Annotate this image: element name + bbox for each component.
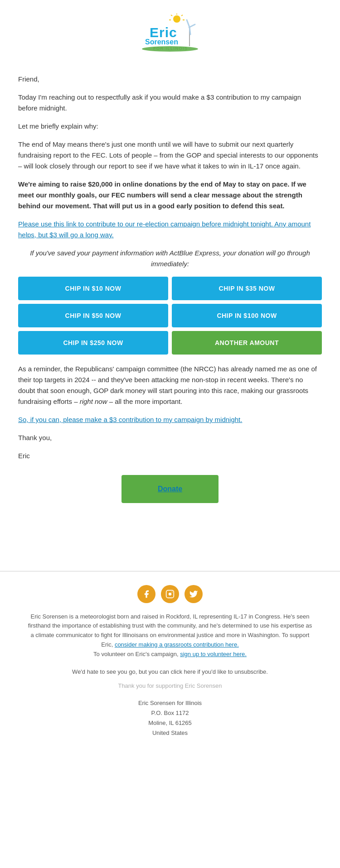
another-amount-button[interactable]: ANOTHER AMOUNT	[172, 331, 322, 355]
paragraph3: The end of May means there's just one mo…	[18, 139, 322, 172]
instagram-icon[interactable]	[161, 585, 179, 603]
chip-100-button[interactable]: CHIP IN $100 NOW	[172, 304, 322, 327]
svg-line-3	[187, 20, 189, 27]
donate-button[interactable]: Donate	[121, 475, 219, 503]
thanks-line: Thank you,	[18, 432, 322, 443]
social-icons	[27, 585, 313, 603]
donate-big-wrap: Donate	[18, 475, 322, 503]
footer-thanks: Thank you for supporting Eric Sorensen	[27, 682, 313, 689]
chip-35-button[interactable]: CHIP IN $35 NOW	[172, 277, 322, 300]
greeting: Friend,	[18, 74, 322, 85]
footer: Eric Sorensen is a meteorologist born an…	[0, 571, 340, 752]
svg-line-5	[189, 27, 190, 34]
svg-line-4	[189, 24, 195, 27]
chip-10-button[interactable]: CHIP IN $10 NOW	[18, 277, 168, 300]
address-line4: United States	[27, 728, 313, 738]
paragraph4-bold: We're aiming to raise $20,000 in online …	[18, 179, 322, 211]
link2-paragraph: So, if you can, please make a $3 contrib…	[18, 414, 322, 425]
footer-address: Eric Sorensen for Illinois P.O. Box 1172…	[27, 698, 313, 738]
paragraph1: Today I'm reaching out to respectfully a…	[18, 92, 322, 114]
header: Eric Sorensen FOR ILLINOIS	[0, 0, 340, 65]
footer-bio: Eric Sorensen is a meteorologist born an…	[27, 612, 313, 659]
spacer	[18, 521, 322, 557]
address-line3: Moline, IL 61265	[27, 718, 313, 728]
svg-point-6	[173, 15, 180, 23]
svg-text:FOR ILLINOIS: FOR ILLINOIS	[153, 46, 188, 51]
actblue-note: If you've saved your payment information…	[18, 248, 322, 269]
chip-50-button[interactable]: CHIP IN $50 NOW	[18, 304, 168, 327]
donation-grid: CHIP IN $10 NOW CHIP IN $35 NOW CHIP IN …	[18, 277, 322, 355]
logo: Eric Sorensen FOR ILLINOIS	[136, 14, 204, 54]
contribution-link2[interactable]: So, if you can, please make a $3 contrib…	[18, 416, 242, 423]
paragraph2: Let me briefly explain why:	[18, 121, 322, 132]
volunteer-link[interactable]: sign up to volunteer here.	[180, 651, 247, 657]
volunteer-pre: To volunteer on Eric's campaign,	[93, 651, 178, 657]
chip-250-button[interactable]: CHIP IN $250 NOW	[18, 331, 168, 355]
svg-text:Sorensen: Sorensen	[145, 38, 178, 46]
unsub-link[interactable]: We'd hate to see you go, but you can cli…	[72, 668, 268, 675]
contribution-link3[interactable]: consider making a grassroots contributio…	[115, 641, 239, 648]
footer-unsub: We'd hate to see you go, but you can cli…	[27, 668, 313, 675]
svg-line-8	[181, 15, 183, 16]
svg-line-10	[171, 15, 172, 16]
facebook-icon[interactable]	[137, 585, 155, 603]
signature: Eric	[18, 451, 322, 461]
email-container: Eric Sorensen FOR ILLINOIS Friend, Today…	[0, 0, 340, 752]
paragraph5: As a reminder, the Republicans' campaign…	[18, 364, 322, 407]
address-line1: Eric Sorensen for Illinois	[27, 698, 313, 708]
link1-paragraph: Please use this link to contribute to ou…	[18, 219, 322, 240]
main-content: Friend, Today I'm reaching out to respec…	[0, 65, 340, 566]
address-line2: P.O. Box 1172	[27, 708, 313, 718]
contribution-link1[interactable]: Please use this link to contribute to ou…	[18, 220, 311, 239]
twitter-icon[interactable]	[185, 585, 203, 603]
